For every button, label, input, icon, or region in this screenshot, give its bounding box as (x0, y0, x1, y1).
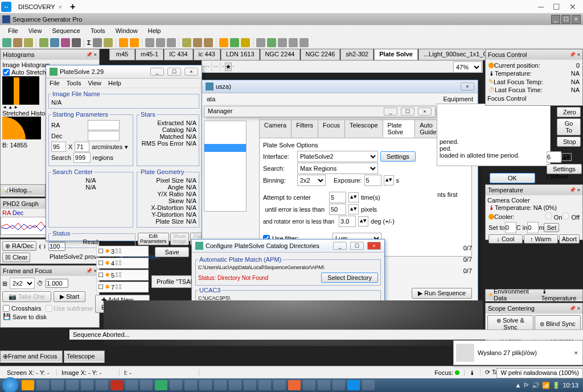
gear-row[interactable]: ☐✹ 5 ⦙⦙⦙⦙ (96, 270, 149, 280)
search-input[interactable] (73, 152, 91, 163)
tb-icon-7[interactable] (72, 38, 81, 47)
task-item[interactable] (347, 380, 360, 390)
histog-tab[interactable]: 📊 Histog... (0, 184, 46, 197)
checkbox-icon[interactable]: ☐ (98, 271, 104, 279)
dec-input[interactable] (88, 131, 120, 141)
ra-input[interactable] (88, 120, 120, 130)
subframe-checkbox[interactable] (46, 305, 52, 312)
menu-tools[interactable]: Tools (86, 26, 110, 35)
tb-icon-25[interactable] (299, 38, 309, 47)
tb-icon-12[interactable] (145, 38, 154, 47)
menu-help[interactable]: Help (143, 26, 166, 35)
tv-new-tab[interactable]: + (67, 2, 79, 12)
maximize-icon[interactable]: ☐ (401, 108, 414, 115)
tb-icon-9[interactable] (104, 38, 113, 47)
tab-camera[interactable]: Camera (259, 119, 292, 138)
interface-select[interactable]: PlateSolve2 (297, 151, 378, 162)
task-item[interactable] (303, 380, 315, 390)
ps-menu-tools[interactable]: Tools (67, 80, 81, 86)
env-label[interactable]: Environment Data (494, 288, 539, 302)
tab-platesolve[interactable]: Plate Solve (383, 119, 416, 138)
off-radio[interactable] (562, 212, 569, 220)
tb-icon-24[interactable] (289, 38, 298, 47)
task-item[interactable] (170, 380, 182, 390)
step-icon[interactable]: ⟬ (38, 243, 42, 250)
task-item[interactable] (244, 380, 256, 390)
task-item[interactable] (96, 380, 108, 390)
tb-icon-11[interactable] (130, 38, 139, 47)
maximize-icon[interactable]: ☐ (561, 15, 570, 24)
sizex-input[interactable] (51, 142, 66, 152)
cool-button[interactable]: ↓ Cool (488, 234, 523, 244)
zoom-select[interactable]: 47% (453, 61, 482, 73)
tb-icon-17[interactable] (204, 38, 213, 47)
spinner[interactable]: ▴▾ (384, 175, 394, 185)
tb-icon-14[interactable] (167, 38, 176, 47)
tb-icon-19[interactable] (230, 38, 239, 47)
nav-star[interactable]: ★ (225, 63, 232, 71)
set-button[interactable]: Set (544, 223, 559, 232)
tb-icon-2[interactable] (13, 38, 22, 47)
tb-icon-15[interactable] (182, 38, 191, 47)
task-item[interactable] (51, 380, 64, 390)
exposure-input[interactable] (364, 175, 381, 186)
task-item[interactable] (184, 380, 197, 390)
ok-button[interactable]: OK (490, 173, 535, 183)
clock[interactable]: 10:13 (563, 382, 578, 389)
menu-file[interactable]: File (3, 26, 23, 35)
menu-view[interactable]: View (24, 26, 47, 35)
maximize-icon[interactable]: ☐ (350, 242, 364, 250)
manager-list[interactable] (204, 121, 247, 212)
task-item[interactable] (81, 380, 93, 390)
show-image-button[interactable]: Show Image (170, 233, 189, 245)
task-item[interactable] (332, 380, 345, 390)
telescope-tab[interactable]: Telescope (64, 350, 105, 363)
tab-filters[interactable]: Filters (291, 119, 318, 138)
minimize-icon[interactable]: _ (150, 68, 164, 76)
tb-icon-16[interactable] (193, 38, 202, 47)
min-input[interactable] (527, 222, 539, 233)
ps-menu-help[interactable]: Help (108, 80, 121, 86)
task-item[interactable] (125, 380, 138, 390)
close-icon[interactable]: × (572, 15, 581, 24)
zero-button[interactable]: Zero (557, 107, 581, 117)
close-icon[interactable]: × (418, 108, 432, 115)
take-one-button[interactable]: 📷 Take One (2, 291, 51, 302)
sigma-icon[interactable]: Σ (87, 39, 91, 46)
nav-fwd[interactable] (208, 66, 209, 67)
pin-icon[interactable]: 📌 × (569, 187, 580, 193)
seconds-input[interactable] (46, 279, 68, 288)
warm-button[interactable]: ↑ Warm (524, 234, 558, 244)
menu-window[interactable]: Window (111, 26, 142, 35)
val6-input[interactable] (547, 151, 561, 163)
tb-icon-6[interactable] (61, 38, 70, 47)
doc-tab-ldn1613[interactable]: LDN 1613 (221, 49, 260, 60)
tb-icon-20[interactable] (241, 38, 250, 47)
tb-icon-8[interactable] (93, 38, 102, 47)
close-icon[interactable]: ✕ (569, 2, 576, 11)
tb-icon-5[interactable] (50, 38, 59, 47)
tb-icon-1[interactable] (2, 38, 11, 47)
sizey-input[interactable] (75, 142, 89, 152)
doc-tab-ngc2244[interactable]: NGC 2244 (260, 49, 300, 60)
task-item[interactable] (258, 380, 271, 390)
tv-tab[interactable]: DISCOVERY × (14, 2, 67, 12)
task-item[interactable] (229, 380, 241, 390)
doc-tab-ic443[interactable]: ic 443 (194, 49, 220, 60)
task-item[interactable] (318, 380, 330, 390)
stop-button[interactable]: Stop (557, 137, 581, 147)
apm-select-dir-button[interactable]: Select Directory (321, 273, 378, 283)
close-icon[interactable]: × (367, 242, 381, 250)
spinner[interactable]: ▴▾ (348, 192, 359, 203)
pin-icon[interactable]: 📌 × (569, 306, 580, 311)
doc-tab-platesolve[interactable]: Plate Solve (374, 49, 418, 60)
tray-icon[interactable]: 🔋 (552, 382, 560, 389)
nav-refresh[interactable] (206, 66, 207, 67)
tray-icon[interactable]: 🔊 (532, 382, 540, 389)
doc-tab-sh2302[interactable]: sh2-302 (340, 49, 373, 60)
pin-icon[interactable]: 📌 × (569, 52, 580, 57)
gear-row[interactable]: ☐✹ 3 ⦙⦙⦙⦙ (96, 246, 149, 257)
tb-icon-22[interactable] (267, 38, 276, 47)
nav-icon8[interactable] (233, 66, 234, 67)
checkbox-icon[interactable]: ☐ (98, 283, 104, 291)
